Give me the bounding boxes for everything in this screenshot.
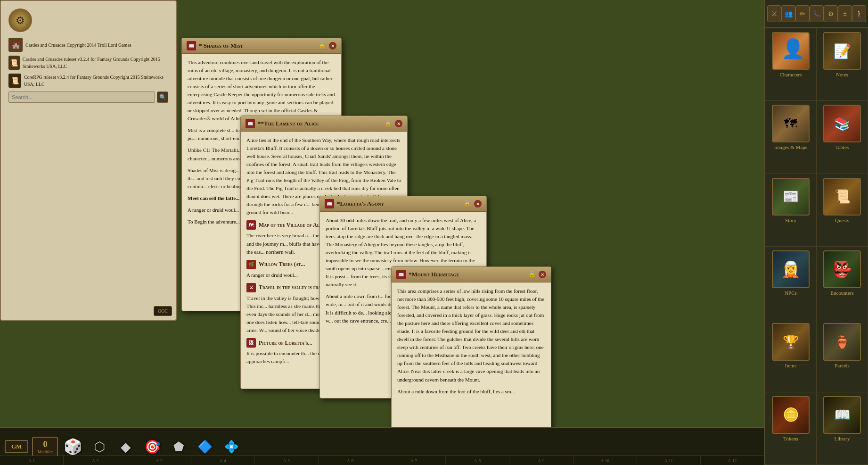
tables-cover: 📚	[824, 106, 860, 141]
grid-a9: A-9	[509, 456, 573, 465]
dice-d6[interactable]: ⬡	[88, 435, 111, 458]
left-text-1: Castles and Crusades Copyright 2014 Trol…	[25, 42, 131, 49]
parcels-cover: 🏺	[824, 324, 860, 360]
left-text-2: Castles and Crusades ruleset v3.2.4 for …	[23, 56, 168, 70]
lorettas-doc-icon: 📖	[325, 199, 334, 208]
lorettas-header[interactable]: 📖 *Loretta's Agony 🔒 ✕	[320, 196, 486, 212]
grid-a2: A-2	[64, 456, 127, 465]
dice-d8[interactable]: ◆	[115, 435, 137, 458]
parcels-img: 🏺	[823, 323, 861, 361]
sidebar-card-characters[interactable]: Characters	[765, 28, 817, 101]
tool-plusminus-icon[interactable]: ±	[838, 5, 852, 22]
quests-label: Quests	[835, 217, 849, 223]
grid-a7: A-7	[382, 456, 446, 465]
parcels-label: Parcels	[835, 363, 850, 368]
quests-img: 📜	[823, 178, 861, 216]
sidebar-card-quests[interactable]: 📜 Quests	[817, 174, 868, 247]
dice-d20[interactable]: 🔷	[194, 435, 216, 458]
modifier-label: Modifier	[38, 449, 53, 454]
sidebar-card-tokens[interactable]: 🪙 Tokens	[765, 392, 817, 465]
right-sidebar: ⚔ 👥 ✏ 📞 ⚙ ± 🚶 Characters 📝 Notes 🗺 Image…	[764, 0, 868, 465]
dice-d12[interactable]: ⬟	[167, 435, 190, 458]
lament-lock-icon[interactable]: 🔒	[385, 120, 392, 127]
left-panel: ⚙ 🏰 Castles and Crusades Copyright 2014 …	[0, 0, 177, 321]
left-search-bar: 🔍	[8, 91, 168, 103]
dice-d4[interactable]: 🎲	[62, 435, 84, 458]
encounters-img: 👺	[823, 250, 861, 288]
sidebar-card-tables[interactable]: 📚 Tables	[817, 101, 868, 174]
sidebar-card-encounters[interactable]: 👺 Encounters	[817, 247, 868, 319]
grid-a6: A-6	[319, 456, 382, 465]
map-entry-icon: 🗺	[246, 220, 256, 230]
grid-a3: A-3	[127, 456, 191, 465]
hermitage-header[interactable]: 📖 *Mount Hermitage 🔒 ✕	[392, 267, 551, 282]
left-item-2: 📜 Castles and Crusades ruleset v3.2.4 fo…	[8, 56, 168, 70]
images-maps-label: Images & Maps	[774, 144, 807, 150]
sidebar-card-parcels[interactable]: 🏺 Parcels	[817, 319, 868, 392]
left-item-1: 🏰 Castles and Crusades Copyright 2014 Tr…	[8, 38, 168, 52]
travel-entry-icon: ⚔	[246, 283, 256, 292]
tool-person-icon[interactable]: 🚶	[852, 5, 866, 22]
story-label: Story	[785, 217, 796, 223]
images-maps-cover: 🗺	[773, 106, 809, 141]
tables-img: 📚	[823, 105, 861, 142]
sidebar-tools-row: ⚔ 👥 ✏ 📞 ⚙ ± 🚶	[765, 0, 868, 28]
story-img: 📰	[772, 178, 810, 216]
tool-group-icon[interactable]: 👥	[781, 5, 795, 22]
encounters-label: Encounters	[830, 290, 853, 296]
tool-sword-icon[interactable]: ⚔	[767, 5, 781, 22]
tool-phone-icon[interactable]: 📞	[810, 5, 824, 22]
grid-labels: A-1 A-2 A-3 A-4 A-5 A-6 A-7 A-8 A-9 A-10…	[0, 456, 764, 465]
items-label: Items	[785, 363, 796, 368]
shades-p1: This adventure combines overland travel …	[188, 58, 336, 123]
left-item-3: 📜 CoreRPG ruleset v3.2.4 for Fantasy Gro…	[8, 74, 168, 88]
doc-shades-header[interactable]: 📖 * Shades of Mist 🔒 ✕	[182, 38, 341, 54]
shades-lock-icon[interactable]: 🔒	[319, 42, 326, 50]
left-icon-3: 📜	[8, 74, 21, 88]
willow-entry-icon: 🌿	[246, 260, 256, 269]
dice-d10[interactable]: 🎯	[141, 435, 164, 458]
items-cover: 🏆	[773, 324, 809, 360]
dice-percent[interactable]: 💠	[220, 435, 243, 458]
characters-label: Characters	[779, 72, 802, 77]
left-icon-1: 🏰	[8, 38, 23, 52]
grid-a11: A-11	[637, 456, 701, 465]
shades-close-btn[interactable]: ✕	[329, 42, 336, 50]
sidebar-card-items[interactable]: 🏆 Items	[765, 319, 817, 392]
library-label: Library	[835, 436, 850, 441]
sidebar-card-library[interactable]: 📖 Library	[817, 392, 868, 465]
characters-img	[772, 32, 810, 70]
quests-cover: 📜	[824, 179, 860, 215]
hermitage-lock-icon[interactable]: 🔒	[528, 271, 536, 278]
tool-gear-icon[interactable]: ⚙	[824, 5, 838, 22]
hermitage-close-btn[interactable]: ✕	[539, 271, 546, 278]
tokens-label: Tokens	[783, 436, 798, 441]
picture-entry-icon: 🖼	[246, 338, 256, 348]
left-icon-2: 📜	[8, 56, 20, 70]
library-img: 📖	[823, 396, 861, 434]
sidebar-card-npcs[interactable]: 🧝 NPCs	[765, 247, 817, 319]
npcs-img: 🧝	[772, 250, 810, 288]
grid-a5: A-5	[255, 456, 319, 465]
modifier-box: 0 Modifier	[32, 437, 58, 457]
left-search-btn[interactable]: 🔍	[157, 91, 168, 103]
doc-mount-hermitage: 📖 *Mount Hermitage 🔒 ✕ This area compris…	[391, 266, 551, 455]
lament-close-btn[interactable]: ✕	[395, 120, 402, 127]
lament-doc-icon: 📖	[246, 119, 255, 128]
tool-pencil-icon[interactable]: ✏	[795, 5, 810, 22]
grid-a12: A-12	[701, 456, 764, 465]
left-search-input[interactable]	[8, 91, 155, 103]
tokens-img: 🪙	[772, 396, 810, 434]
lorettas-close-btn[interactable]: ✕	[474, 200, 482, 208]
sidebar-card-story[interactable]: 📰 Story	[765, 174, 817, 247]
lorettas-lock-icon[interactable]: 🔒	[464, 200, 471, 208]
lament-header[interactable]: 📖 **The Lament of Alice 🔒 ✕	[241, 116, 407, 132]
sidebar-card-notes[interactable]: 📝 Notes	[817, 28, 868, 101]
story-cover: 📰	[773, 179, 809, 215]
hermitage-doc-icon: 📖	[396, 270, 406, 279]
grid-a4: A-4	[191, 456, 255, 465]
grid-a10: A-10	[573, 456, 637, 465]
sidebar-card-images-maps[interactable]: 🗺 Images & Maps	[765, 101, 817, 174]
npcs-cover: 🧝	[773, 251, 809, 287]
gm-badge: GM	[5, 440, 28, 453]
